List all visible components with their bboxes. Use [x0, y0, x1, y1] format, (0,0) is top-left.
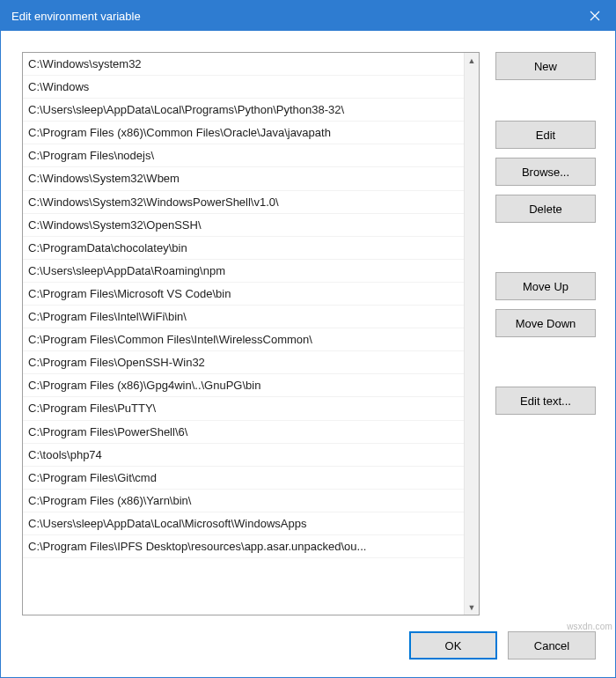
list-item[interactable]: C:\Program Files\IPFS Desktop\resources\…: [23, 535, 464, 558]
list-item[interactable]: C:\Program Files\Git\cmd: [23, 467, 464, 490]
close-button[interactable]: [575, 1, 615, 31]
scroll-down-button[interactable]: ▼: [465, 600, 479, 615]
scroll-up-button[interactable]: ▲: [465, 53, 479, 68]
new-button[interactable]: New: [495, 52, 596, 80]
chevron-up-icon: ▲: [468, 56, 476, 65]
dialog-footer: OK Cancel: [1, 626, 615, 677]
list-item[interactable]: C:\Windows\System32\WindowsPowerShell\v1…: [23, 191, 464, 214]
list-item[interactable]: C:\Windows\system32: [23, 53, 464, 76]
ok-button[interactable]: OK: [409, 631, 497, 660]
delete-button[interactable]: Delete: [495, 195, 596, 223]
list-item[interactable]: C:\Program Files\Intel\WiFi\bin\: [23, 306, 464, 328]
list-item[interactable]: C:\Windows\System32\OpenSSH\: [23, 214, 464, 237]
window-title: Edit environment variable: [11, 10, 575, 23]
edit-button[interactable]: Edit: [495, 121, 596, 149]
list-item[interactable]: C:\Program Files (x86)\Common Files\Orac…: [23, 122, 464, 144]
path-list-container: C:\Windows\system32C:\WindowsC:\Users\sl…: [22, 52, 480, 615]
titlebar: Edit environment variable: [1, 1, 615, 31]
list-item[interactable]: C:\Program Files (x86)\Gpg4win\..\GnuPG\…: [23, 374, 464, 397]
dialog-body: C:\Windows\system32C:\WindowsC:\Users\sl…: [1, 31, 615, 626]
list-item[interactable]: C:\Program Files (x86)\Yarn\bin\: [23, 490, 464, 512]
list-item[interactable]: C:\Program Files\PowerShell\6\: [23, 421, 464, 444]
env-var-edit-dialog: Edit environment variable C:\Windows\sys…: [0, 0, 616, 678]
edit-text-button[interactable]: Edit text...: [495, 387, 596, 415]
move-down-button[interactable]: Move Down: [495, 309, 596, 337]
cancel-button[interactable]: Cancel: [508, 631, 596, 660]
move-up-button[interactable]: Move Up: [495, 272, 596, 300]
list-item[interactable]: C:\tools\php74: [23, 444, 464, 467]
list-item[interactable]: C:\Program Files\nodejs\: [23, 144, 464, 167]
list-item[interactable]: C:\Windows: [23, 76, 464, 99]
list-item[interactable]: C:\Program Files\Microsoft VS Code\bin: [23, 283, 464, 306]
chevron-down-icon: ▼: [468, 603, 476, 612]
scroll-track[interactable]: [465, 68, 479, 600]
list-item[interactable]: C:\ProgramData\chocolatey\bin: [23, 237, 464, 260]
list-item[interactable]: C:\Users\sleep\AppData\Local\Programs\Py…: [23, 99, 464, 122]
button-sidebar: New Edit Browse... Delete Move Up Move D…: [495, 52, 596, 615]
list-item[interactable]: C:\Program Files\PuTTY\: [23, 397, 464, 420]
path-list[interactable]: C:\Windows\system32C:\WindowsC:\Users\sl…: [23, 53, 464, 615]
list-item[interactable]: C:\Windows\System32\Wbem: [23, 167, 464, 190]
watermark: wsxdn.com: [567, 622, 612, 631]
close-icon: [590, 11, 600, 21]
list-item[interactable]: C:\Users\sleep\AppData\Roaming\npm: [23, 260, 464, 283]
list-item[interactable]: C:\Users\sleep\AppData\Local\Microsoft\W…: [23, 512, 464, 535]
list-item[interactable]: C:\Program Files\OpenSSH-Win32: [23, 351, 464, 374]
scrollbar[interactable]: ▲ ▼: [464, 53, 479, 615]
list-item[interactable]: C:\Program Files\Common Files\Intel\Wire…: [23, 328, 464, 351]
browse-button[interactable]: Browse...: [495, 158, 596, 186]
